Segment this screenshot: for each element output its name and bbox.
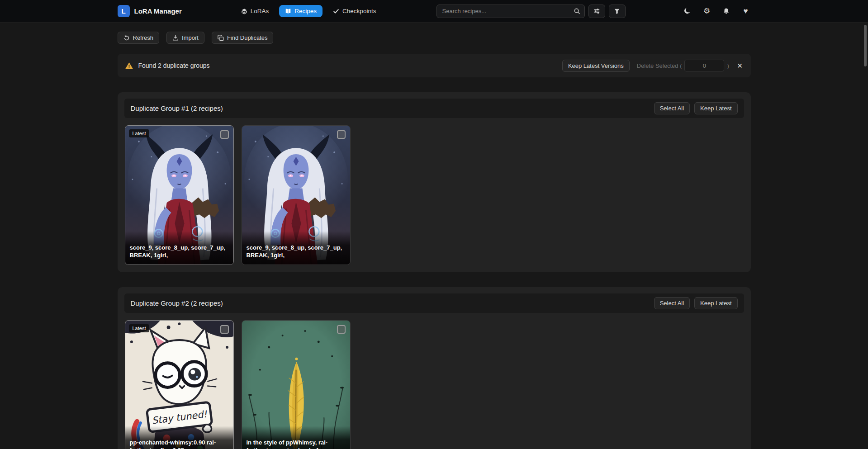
- filter-funnel-button[interactable]: [609, 5, 626, 18]
- latest-badge: Latest: [129, 129, 150, 137]
- nav-tab-checkpoints[interactable]: Checkpoints: [327, 5, 382, 17]
- group-2-actions: Select All Keep Latest: [654, 297, 738, 309]
- find-duplicates-button[interactable]: Find Duplicates: [212, 32, 274, 44]
- find-duplicates-button-label: Find Duplicates: [227, 34, 268, 41]
- favorites-heart-icon[interactable]: ♥: [741, 6, 751, 16]
- import-icon: [172, 35, 179, 41]
- nav-tab-loras[interactable]: LoRAs: [235, 5, 275, 17]
- refresh-icon: [123, 35, 130, 41]
- delete-selected-label: Delete Selected (: [637, 62, 682, 69]
- nav-tab-loras-label: LoRAs: [251, 8, 269, 14]
- search-icon[interactable]: [574, 8, 580, 14]
- card-checkbox[interactable]: [337, 130, 346, 139]
- card-caption: score_9, score_8_up, score_7_up, BREAK, …: [125, 231, 233, 265]
- card-checkbox[interactable]: [220, 130, 229, 139]
- group-1-cards: Latest score_9, score_8_up, score_7_up, …: [124, 125, 744, 265]
- delete-count-input[interactable]: [684, 60, 724, 71]
- latest-badge: Latest: [129, 324, 150, 332]
- delete-selected-group: Delete Selected ( ): [637, 60, 729, 71]
- import-button[interactable]: Import: [166, 32, 204, 44]
- delete-selected-label-suffix: ): [727, 62, 729, 69]
- main-content: Refresh Import Find Duplicates Found 2 d…: [118, 23, 751, 449]
- card-checkbox[interactable]: [337, 325, 346, 334]
- nav-tab-checkpoints-label: Checkpoints: [342, 8, 376, 14]
- warning-icon: [125, 62, 133, 70]
- group-1-title: Duplicate Group #1 (2 recipes): [131, 104, 223, 112]
- select-all-button[interactable]: Select All: [654, 102, 690, 114]
- app-title: LoRA Manager: [134, 7, 182, 15]
- banner-message: Found 2 duplicate groups: [138, 62, 210, 69]
- card-caption: in the style of ppWhimsy, ral-frctlgmtry…: [242, 426, 350, 449]
- recipe-card[interactable]: Latest score_9, score_8_up, score_7_up, …: [125, 125, 234, 265]
- main-nav: LoRAs Recipes Checkpoints: [235, 5, 382, 17]
- select-all-button[interactable]: Select All: [654, 297, 690, 309]
- recipe-card[interactable]: Stay tuned! Latest pp-enchanted-whimsy:0…: [125, 320, 234, 449]
- refresh-button[interactable]: Refresh: [118, 32, 160, 44]
- app-logo-letter: L: [121, 7, 125, 15]
- search-input[interactable]: [436, 5, 585, 18]
- refresh-button-label: Refresh: [133, 34, 154, 41]
- nav-tab-recipes[interactable]: Recipes: [279, 5, 323, 17]
- search-area: [436, 5, 626, 18]
- sliders-button[interactable]: [588, 5, 605, 18]
- duplicates-banner: Found 2 duplicate groups Keep Latest Ver…: [118, 54, 751, 77]
- app-logo: L: [118, 5, 130, 17]
- navbar-actions: ⚙ ♥: [683, 6, 751, 16]
- card-caption: score_9, score_8_up, score_7_up, BREAK, …: [242, 231, 350, 265]
- keep-latest-button[interactable]: Keep Latest: [694, 297, 737, 309]
- banner-actions: Keep Latest Versions Delete Selected ( )…: [562, 60, 744, 72]
- settings-gear-icon[interactable]: ⚙: [702, 6, 712, 16]
- card-caption: pp-enchanted-whimsy:0.90 ral-frctlgmtry_…: [125, 426, 233, 449]
- group-1-actions: Select All Keep Latest: [654, 102, 738, 114]
- duplicate-group-1: Duplicate Group #1 (2 recipes) Select Al…: [118, 92, 751, 272]
- group-2-cards: Stay tuned! Latest pp-enchanted-whimsy:0…: [124, 320, 744, 449]
- keep-latest-button[interactable]: Keep Latest: [694, 102, 737, 114]
- book-icon: [285, 8, 291, 14]
- notifications-bell-icon[interactable]: [721, 6, 731, 16]
- import-button-label: Import: [182, 34, 199, 41]
- scrollbar-thumb[interactable]: [864, 25, 867, 66]
- copy-icon: [218, 35, 224, 41]
- recipe-card[interactable]: in the style of ppWhimsy, ral-frctlgmtry…: [242, 320, 351, 449]
- group-2-header: Duplicate Group #2 (2 recipes) Select Al…: [124, 293, 744, 313]
- duplicate-group-2: Duplicate Group #2 (2 recipes) Select Al…: [118, 287, 751, 449]
- theme-toggle-moon-icon[interactable]: [683, 6, 693, 16]
- layers-icon: [241, 8, 247, 14]
- checkmark-icon: [333, 8, 339, 14]
- card-checkbox[interactable]: [220, 325, 229, 334]
- group-1-header: Duplicate Group #1 (2 recipes) Select Al…: [124, 99, 744, 118]
- recipe-card[interactable]: score_9, score_8_up, score_7_up, BREAK, …: [242, 125, 351, 265]
- group-2-title: Duplicate Group #2 (2 recipes): [131, 299, 223, 307]
- nav-tab-recipes-label: Recipes: [294, 8, 317, 14]
- keep-latest-versions-button[interactable]: Keep Latest Versions: [562, 60, 630, 72]
- search-box: [436, 5, 585, 18]
- toolbar: Refresh Import Find Duplicates: [118, 32, 751, 44]
- close-banner-icon[interactable]: ×: [736, 61, 744, 70]
- navbar: L LoRA Manager LoRAs Recipes Checkpoint: [0, 0, 868, 23]
